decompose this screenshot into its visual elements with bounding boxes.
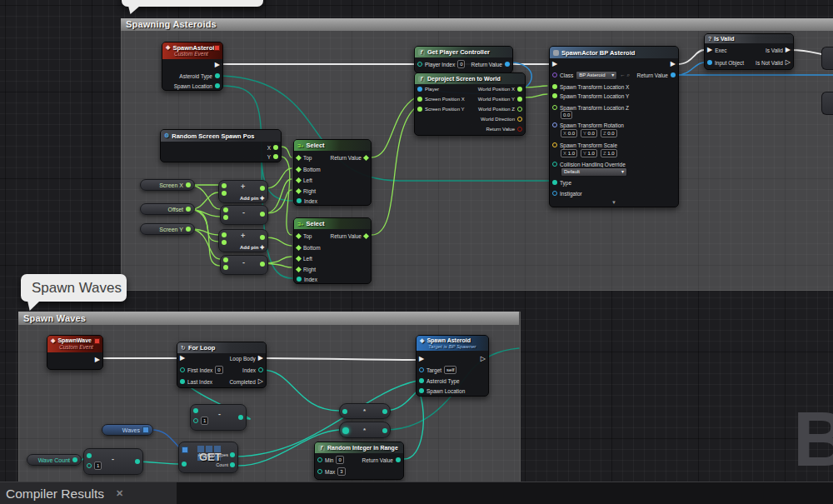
in-pin[interactable] — [342, 427, 349, 434]
node-random-integer-in-range[interactable]: f Random Integer in Range Min0 Return Va… — [314, 442, 404, 480]
var-waves[interactable]: Waves — [102, 424, 153, 436]
top-pin[interactable] — [296, 154, 302, 160]
return-value-pin[interactable]: Return Value — [331, 153, 368, 162]
min-pin[interactable] — [317, 457, 322, 462]
node-multiply-1[interactable]: * — [339, 403, 391, 419]
exec-in-pin[interactable]: ▶ — [707, 47, 712, 53]
node-subtract-2[interactable]: - — [220, 255, 268, 275]
world-position-z-pin[interactable]: World Position Z — [478, 105, 522, 113]
var-offset[interactable]: Offset — [140, 203, 195, 215]
is-valid-out-pin[interactable]: ▶Is Valid — [766, 46, 791, 54]
exec-out-pin[interactable]: ▶ — [215, 61, 220, 69]
loc-z-field[interactable]: 0.0 — [561, 111, 572, 119]
array-out-pin[interactable] — [142, 427, 149, 433]
return-value-pin[interactable]: Return Value — [331, 232, 368, 240]
world-position-y-pin[interactable]: World Position Y — [478, 95, 522, 103]
value-field[interactable]: 1 — [201, 417, 208, 425]
in-pin[interactable] — [193, 408, 198, 413]
scale-x-field[interactable]: X 1.0 — [561, 149, 577, 157]
var-screen-x[interactable]: Screen X — [140, 179, 195, 191]
node-for-loop[interactable]: ↻ For Loop ▶ ▶Loop Body First Index0 Ind… — [177, 342, 267, 388]
node-multiply-2[interactable]: * — [339, 422, 391, 438]
type-pin[interactable] — [552, 180, 557, 185]
min-field[interactable]: 0 — [336, 456, 343, 464]
spawn-asteroid-call-header[interactable]: ◈ Spawn Asteroid Target is BP Spawner — [416, 336, 488, 351]
in-pin[interactable] — [222, 191, 227, 196]
clipped-node[interactable] — [821, 92, 833, 115]
node-add-2[interactable]: + Add pin ✚ — [218, 229, 268, 252]
exec-out-pin[interactable]: ▶ — [671, 60, 676, 68]
world-direction-pin[interactable]: World Direction — [481, 115, 522, 123]
player-index-pin[interactable] — [417, 62, 422, 67]
float-out-pin[interactable] — [186, 227, 191, 232]
scale-y-field[interactable]: Y 1.0 — [581, 149, 597, 157]
exec-out-pin[interactable]: ▷ — [481, 355, 486, 363]
return-value-pin[interactable]: Return Value — [362, 456, 401, 464]
node-spawnasteroid-event[interactable]: ◈ SpawnAsteroid Custom Event ▶ Asteroid … — [162, 42, 223, 91]
deproject-header[interactable]: f Deproject Screen to World — [415, 73, 525, 84]
index-pin[interactable] — [297, 277, 302, 282]
node-select-2[interactable]: Ǝ+ Select Top Return Value Bottom Left R… — [293, 217, 372, 284]
comment-spawning-asteroids-header[interactable]: Spawning Asteroids — [121, 18, 833, 31]
rotation-y-field[interactable]: Y 0.0 — [581, 129, 597, 137]
compiler-results-tab[interactable]: Compiler Results ✕ — [0, 482, 177, 504]
node-spawnactor-bp-asteroid[interactable]: SpawnActor BP Asteroid ▶ ▶ Class BP Aste… — [549, 46, 679, 207]
blueprint-graph[interactable]: Spawning Asteroids Spawn Waves B — [0, 0, 833, 504]
spawnactor-header[interactable]: SpawnActor BP Asteroid — [550, 47, 678, 58]
target-field[interactable]: self — [444, 366, 456, 374]
var-wave-count[interactable]: Wave Count — [27, 454, 82, 466]
collision-dropdown[interactable]: Default▾ — [561, 167, 627, 177]
comment-spawn-waves-header[interactable]: Spawn Waves — [18, 312, 519, 325]
max-pin[interactable] — [317, 469, 322, 474]
out-pin[interactable] — [135, 459, 140, 464]
value-field[interactable]: 1 — [94, 462, 102, 470]
node-spawnwave-event[interactable]: ◈ SpawnWave Custom Event ▶ — [47, 335, 103, 370]
spawn-location-out-pin[interactable]: Spawn Location — [174, 82, 220, 90]
node-int-subtract-1[interactable]: 1 - — [190, 404, 247, 431]
select-header[interactable]: Ǝ+ Select — [294, 218, 371, 229]
rotation-z-field[interactable]: Z 0.0 — [601, 129, 617, 137]
top-pin[interactable] — [296, 232, 302, 238]
completed-out-pin[interactable]: ▷Completed — [229, 377, 263, 386]
expand-node-arrow[interactable]: ▼ — [550, 200, 678, 206]
asteroid-type-pin[interactable] — [419, 378, 424, 383]
in-pin[interactable] — [87, 453, 92, 458]
screen-position-y-pin[interactable] — [417, 107, 422, 112]
first-index-field[interactable]: 0 — [215, 366, 222, 374]
scale-z-field[interactable]: Z 1.0 — [601, 149, 617, 157]
in-pin[interactable] — [223, 257, 228, 262]
in-pin[interactable] — [193, 418, 198, 423]
node-array-get[interactable]: GET Asteroid Types Count — [178, 442, 238, 473]
is-valid-header[interactable]: ? Is Valid — [705, 34, 793, 43]
spawn-transform-location-y-pin[interactable] — [552, 93, 557, 98]
target-pin[interactable] — [419, 367, 424, 372]
int-out-pin[interactable] — [72, 457, 77, 462]
return-value-pin[interactable]: Return Value — [471, 60, 510, 68]
node-deproject-screen-to-world[interactable]: f Deproject Screen to World Player Scree… — [414, 72, 526, 136]
count-out-pin[interactable]: Count — [216, 462, 235, 467]
exec-in-pin[interactable]: ▶ — [180, 354, 185, 362]
asteroid-type-out-pin[interactable]: Asteroid Type — [179, 72, 220, 80]
left-pin[interactable] — [296, 177, 302, 182]
index-in-pin[interactable] — [182, 462, 187, 467]
out-pin[interactable] — [238, 415, 243, 420]
out-pin[interactable] — [260, 262, 265, 267]
in-pin[interactable] — [223, 265, 228, 270]
out-pin[interactable] — [260, 186, 265, 191]
in-pin[interactable] — [342, 409, 347, 414]
rotation-x-field[interactable]: X 0.0 — [561, 129, 577, 137]
event-flag-icon[interactable] — [94, 338, 100, 344]
node-int-subtract-2[interactable]: 1 - — [83, 448, 143, 475]
x-out-pin[interactable]: X — [267, 143, 278, 152]
loop-body-out-pin[interactable]: ▶Loop Body — [230, 354, 263, 362]
spawn-transform-scale-pin[interactable] — [552, 142, 557, 147]
out-pin[interactable] — [260, 235, 265, 240]
right-pin[interactable] — [296, 266, 302, 272]
max-field[interactable]: 3 — [337, 467, 345, 476]
in-pin[interactable] — [223, 215, 228, 220]
in-pin[interactable] — [222, 183, 227, 188]
in-pin[interactable] — [223, 207, 228, 212]
node-subtract-1[interactable]: - — [220, 205, 268, 225]
in-pin[interactable] — [222, 240, 227, 245]
bottom-pin[interactable] — [296, 244, 302, 250]
